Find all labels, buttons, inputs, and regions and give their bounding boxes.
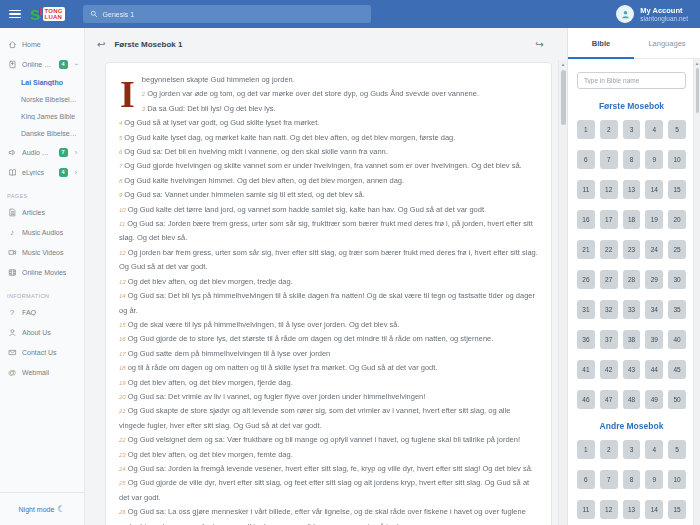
night-mode-toggle[interactable]: Night mode☾: [0, 492, 84, 525]
chapter-button[interactable]: 20: [668, 210, 686, 229]
sidebar-item-online-bible[interactable]: Online Bible4›: [0, 54, 84, 74]
sidebar-item-music-audios[interactable]: ♪Music Audios: [0, 222, 84, 242]
sidebar-item-label: Online Movies: [22, 269, 66, 276]
chapter-button[interactable]: 29: [645, 270, 663, 289]
sidebar-item-elyrics[interactable]: eLyrics4›: [0, 162, 84, 182]
menu-icon[interactable]: [9, 10, 21, 19]
chapter-button[interactable]: 13: [623, 180, 641, 199]
sidebar-item-online-movies[interactable]: Online Movies: [0, 262, 84, 282]
sidebar-item-lai-siangtho[interactable]: Lai Siangtho: [0, 74, 84, 91]
chapter-button[interactable]: 31: [577, 300, 595, 319]
global-search-input[interactable]: Genesis 1: [83, 5, 371, 23]
sidebar-item-contact-us[interactable]: Contact Us: [0, 342, 84, 362]
chapter-button[interactable]: 33: [623, 300, 641, 319]
chapter-button[interactable]: 42: [600, 360, 618, 379]
chapter-button[interactable]: 5: [668, 120, 686, 139]
chapter-button[interactable]: 49: [645, 390, 663, 409]
sidebar-item-webmail[interactable]: @Webmail: [0, 362, 84, 382]
chapter-button[interactable]: 28: [623, 270, 641, 289]
chapter-button[interactable]: 16: [577, 210, 595, 229]
chapter-button[interactable]: 45: [668, 360, 686, 379]
chapter-button[interactable]: 44: [645, 360, 663, 379]
chapter-button[interactable]: 25: [668, 240, 686, 259]
chapter-button[interactable]: 1: [577, 120, 595, 139]
chapter-button[interactable]: 34: [645, 300, 663, 319]
chapter-button[interactable]: 22: [600, 240, 618, 259]
chapter-button[interactable]: 41: [577, 360, 595, 379]
chapter-button[interactable]: 5: [668, 440, 686, 459]
chapter-button[interactable]: 11: [577, 180, 595, 199]
chapter-button[interactable]: 36: [577, 330, 595, 349]
main-scrollbar-thumb[interactable]: [561, 70, 566, 125]
chapter-button[interactable]: 10: [668, 150, 686, 169]
chapter-button[interactable]: 15: [668, 500, 686, 519]
sidebar-item-articles[interactable]: Articles: [0, 202, 84, 222]
sidebar-item-home[interactable]: Home: [0, 34, 84, 54]
tab-languages[interactable]: Languages: [634, 28, 700, 58]
chapter-button[interactable]: 6: [577, 150, 595, 169]
chapter-button[interactable]: 13: [623, 500, 641, 519]
chapter-button[interactable]: 12: [600, 180, 618, 199]
chapter-button[interactable]: 19: [645, 210, 663, 229]
chapter-button[interactable]: 39: [645, 330, 663, 349]
main-scrollbar[interactable]: ▴: [558, 60, 567, 525]
chapter-button[interactable]: 2: [600, 120, 618, 139]
count-badge: 4: [59, 168, 68, 177]
chapter-button[interactable]: 1: [577, 440, 595, 459]
chapter-button[interactable]: 46: [577, 390, 595, 409]
chapter-button[interactable]: 24: [645, 240, 663, 259]
chapter-button[interactable]: 12: [600, 500, 618, 519]
chapter-button[interactable]: 2: [600, 440, 618, 459]
sidebar-item-king-james-bible[interactable]: King James Bible: [0, 108, 84, 125]
chapter-button[interactable]: 48: [623, 390, 641, 409]
chapter-button[interactable]: 4: [645, 440, 663, 459]
bible-search-input[interactable]: [577, 72, 686, 89]
chapter-button[interactable]: 30: [668, 270, 686, 289]
chapter-button[interactable]: 27: [600, 270, 618, 289]
chapter-button[interactable]: 7: [600, 470, 618, 489]
chapter-button[interactable]: 32: [600, 300, 618, 319]
chapter-button[interactable]: 7: [600, 150, 618, 169]
account-menu[interactable]: My Account siantongluan.net: [616, 5, 688, 23]
sidebar-item-music-videos[interactable]: Music Videos: [0, 242, 84, 262]
chapter-button[interactable]: 35: [668, 300, 686, 319]
chapter-button[interactable]: 14: [645, 180, 663, 199]
chevron-right-icon: ›: [75, 169, 77, 176]
tab-bible[interactable]: Bible: [568, 28, 634, 58]
chapter-button[interactable]: 26: [577, 270, 595, 289]
chapter-button[interactable]: 40: [668, 330, 686, 349]
chapter-button[interactable]: 9: [645, 150, 663, 169]
sidebar-item-norske-bibelselskap[interactable]: Norske Bibelselskap: [0, 91, 84, 108]
chapter-button[interactable]: 3: [623, 440, 641, 459]
chapter-button[interactable]: 38: [623, 330, 641, 349]
chapter-button[interactable]: 37: [600, 330, 618, 349]
chapter-button[interactable]: 21: [577, 240, 595, 259]
share-icon[interactable]: ↪: [536, 39, 544, 50]
logo[interactable]: S i TONG LUAN: [30, 7, 65, 22]
chapter-button[interactable]: 10: [668, 470, 686, 489]
chapter-button[interactable]: 9: [645, 470, 663, 489]
chapter-button[interactable]: 18: [623, 210, 641, 229]
sidebar-item-danske-bibelselskabet[interactable]: Danske Bibelselskabet: [0, 125, 84, 142]
chapter-button[interactable]: 11: [577, 500, 595, 519]
chapter-button[interactable]: 3: [623, 120, 641, 139]
chapter-button[interactable]: 8: [623, 470, 641, 489]
sidebar-item-faq[interactable]: ?FAQ: [0, 302, 84, 322]
panel-scrollbar[interactable]: ▴: [693, 59, 700, 525]
chapter-button[interactable]: 14: [645, 500, 663, 519]
chapter-button[interactable]: 47: [600, 390, 618, 409]
chapter-button[interactable]: 17: [600, 210, 618, 229]
panel-scrollbar-thumb[interactable]: [696, 68, 699, 113]
chapter-button[interactable]: 15: [668, 180, 686, 199]
chapter-button[interactable]: 43: [623, 360, 641, 379]
chapter-button[interactable]: 6: [577, 470, 595, 489]
scroll-up-icon[interactable]: ▴: [559, 60, 567, 68]
chapter-button[interactable]: 8: [623, 150, 641, 169]
chapter-button[interactable]: 50: [668, 390, 686, 409]
chapter-button[interactable]: 4: [645, 120, 663, 139]
back-icon[interactable]: ↩: [97, 39, 105, 50]
sidebar-item-about-us[interactable]: About Us: [0, 322, 84, 342]
chapter-button[interactable]: 23: [623, 240, 641, 259]
scroll-up-icon[interactable]: ▴: [694, 59, 700, 67]
sidebar-item-audio-drama[interactable]: Audio Drama7›: [0, 142, 84, 162]
